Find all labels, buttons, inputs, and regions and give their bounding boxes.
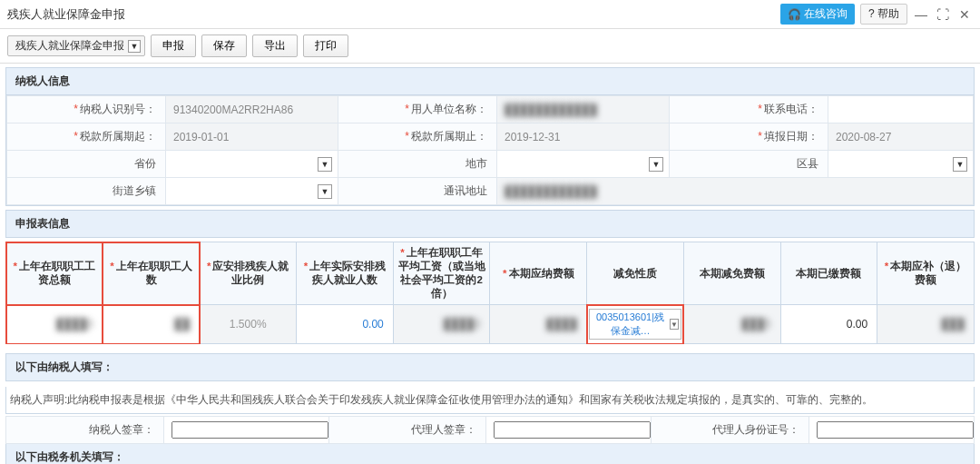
print-button[interactable]: 打印: [303, 35, 348, 57]
cell-ratio: 1.500%: [200, 305, 297, 344]
cell-wage-total[interactable]: ████0: [56, 318, 93, 331]
address-value: ████████████: [505, 185, 597, 198]
report-section: 申报表信息: [5, 210, 975, 238]
col-relief-type: 减免性质: [587, 242, 684, 305]
cell-actual-disabled[interactable]: 0.00: [297, 305, 394, 344]
taxpayer-sign-input[interactable]: [172, 421, 328, 439]
declare-button[interactable]: 申报: [151, 35, 196, 57]
agent-sign-input[interactable]: [494, 421, 651, 439]
district-label: 区县: [797, 157, 818, 170]
report-grid: 上年在职职工工资总额 上年在职职工人数 应安排残疾人就业比例 上年实际安排残疾人…: [5, 242, 975, 344]
cell-relief-amt: ███5: [741, 318, 770, 331]
taxpayer-id-label: 纳税人识别号：: [74, 103, 156, 115]
breadcrumb-dropdown[interactable]: 残疾人就业保障金申报 ▼: [7, 35, 145, 56]
maximize-button[interactable]: ⛶: [935, 6, 951, 23]
town-dropdown[interactable]: ▼: [318, 184, 332, 199]
city-label: 地市: [466, 157, 487, 170]
col-paid: 本期已缴费额: [780, 242, 877, 305]
cell-refund: ███: [941, 318, 965, 331]
chevron-down-icon: ▼: [128, 40, 141, 53]
taxpayer-section-header: 纳税人信息: [6, 68, 974, 95]
cell-due: ████: [546, 318, 577, 331]
col-due: 本期应纳费额: [490, 242, 587, 305]
address-label: 通讯地址: [444, 184, 487, 197]
cell-paid[interactable]: 0.00: [780, 305, 877, 344]
col-emp-count: 上年在职职工人数: [103, 242, 200, 305]
headset-icon: 🎧: [788, 8, 801, 21]
cell-avg-wage: ████0: [444, 318, 481, 331]
taxpayer-id-value: 91340200MA2RR2HA86: [173, 104, 293, 116]
col-relief-amt: 本期减免费额: [683, 242, 780, 305]
col-refund: 本期应补（退）费额: [877, 242, 975, 305]
city-dropdown[interactable]: ▼: [649, 157, 663, 172]
province-label: 省份: [134, 157, 156, 170]
agent-sign-label: 代理人签章：: [328, 417, 486, 444]
cell-relief-type[interactable]: 0035013601|残保金减…▼: [587, 305, 684, 344]
taxpayer-statement: 纳税人声明:此纳税申报表是根据《中华人民共和国残疾人联合会关于印发残疾人就业保障…: [5, 387, 975, 414]
col-avg-wage: 上年在职职工年平均工资（或当地社会平均工资的2倍）: [393, 242, 490, 305]
taxoffice-header: 以下由税务机关填写：: [5, 444, 975, 464]
cell-emp-count[interactable]: ██: [174, 318, 190, 331]
unit-name-value: ████████████: [505, 104, 597, 116]
period-start-value: 2019-01-01: [173, 131, 229, 143]
col-wage-total: 上年在职职工工资总额: [6, 242, 103, 305]
period-end-value: 2019-12-31: [505, 131, 560, 143]
phone-input[interactable]: [836, 99, 959, 121]
period-start-label: 税款所属期起：: [74, 130, 156, 143]
help-button[interactable]: ? 帮助: [860, 4, 907, 25]
agent-id-input[interactable]: [817, 421, 974, 439]
agent-id-label: 代理人身份证号：: [652, 417, 809, 444]
minimize-button[interactable]: —: [913, 6, 929, 23]
save-button[interactable]: 保存: [201, 35, 247, 57]
town-label: 街道乡镇: [113, 184, 156, 197]
district-dropdown[interactable]: ▼: [953, 157, 967, 172]
col-ratio: 应安排残疾人就业比例: [200, 242, 297, 305]
toolbar: 残疾人就业保障金申报 ▼ 申报 保存 导出 打印: [0, 29, 980, 64]
online-consult-button[interactable]: 🎧 在线咨询: [780, 4, 855, 25]
unit-name-label: 用人单位名称：: [405, 103, 487, 115]
close-button[interactable]: ✕: [956, 6, 973, 23]
chevron-down-icon: ▼: [670, 319, 679, 330]
period-end-label: 税款所属期止：: [405, 130, 487, 143]
report-grid-wrap: 上年在职职工工资总额 上年在职职工人数 应安排残疾人就业比例 上年实际安排残疾人…: [5, 242, 975, 344]
fill-date-value: 2020-08-27: [836, 131, 891, 143]
province-dropdown[interactable]: ▼: [318, 157, 332, 172]
col-actual-disabled: 上年实际安排残疾人就业人数: [297, 242, 394, 305]
titlebar: 残疾人就业保障金申报 🎧 在线咨询 ? 帮助 — ⛶ ✕: [0, 0, 980, 29]
filler-header: 以下由纳税人填写：: [5, 353, 975, 381]
phone-label: 联系电话：: [758, 103, 818, 115]
export-button[interactable]: 导出: [252, 35, 298, 57]
filler-sign-table: 纳税人签章： 代理人签章： 代理人身份证号：: [5, 416, 975, 444]
window-title: 残疾人就业保障金申报: [7, 6, 125, 23]
fill-date-label: 填报日期：: [758, 130, 818, 143]
taxpayer-section: 纳税人信息 纳税人识别号： 91340200MA2RR2HA86 用人单位名称：…: [5, 67, 975, 206]
grid-row: ████0 ██ 1.500% 0.00 ████0 ████ 00350136…: [6, 305, 975, 344]
report-section-header: 申报表信息: [6, 211, 974, 238]
taxpayer-sign-label: 纳税人签章：: [6, 417, 164, 444]
